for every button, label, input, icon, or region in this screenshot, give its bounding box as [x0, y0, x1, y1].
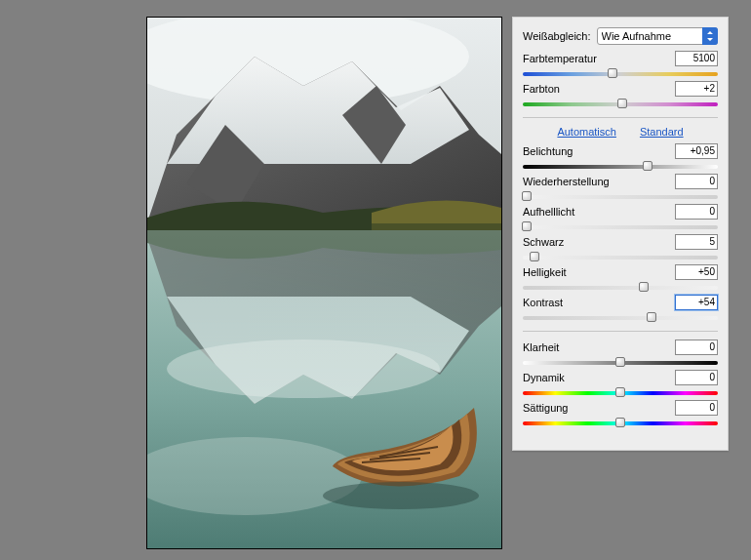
- image-preview: [146, 17, 502, 549]
- svg-point-5: [323, 482, 479, 509]
- slider-track[interactable]: [523, 311, 718, 323]
- slider-value-input[interactable]: 5100: [675, 51, 718, 66]
- slider-thumb[interactable]: [522, 221, 532, 231]
- slider-value-input[interactable]: 5: [675, 234, 718, 250]
- slider-thumb[interactable]: [615, 418, 625, 427]
- slider-label: Sättigung: [523, 402, 568, 414]
- slider-label: Farbton: [523, 83, 560, 95]
- temp-row: Farbtemperatur 5100: [523, 51, 718, 79]
- slider-label: Schwarz: [523, 236, 564, 248]
- slider-value-input[interactable]: +0,95: [675, 143, 718, 159]
- basic-adjustments-panel: Weißabgleich: Wie Aufnahme Farbtemperatu…: [512, 17, 729, 451]
- slider-track[interactable]: [523, 67, 718, 79]
- slider-value-input[interactable]: +54: [675, 295, 718, 310]
- white-balance-select[interactable]: Wie Aufnahme: [597, 27, 719, 45]
- slider-value-input[interactable]: 0: [675, 340, 718, 355]
- white-balance-row: Weißabgleich: Wie Aufnahme: [523, 27, 718, 45]
- sat-row: Sättigung 0: [523, 400, 718, 428]
- preset-links: Automatisch Standard: [523, 126, 718, 138]
- black-row: Schwarz 5: [523, 234, 718, 262]
- slider-value-input[interactable]: 0: [675, 370, 718, 385]
- slider-track[interactable]: [523, 386, 718, 398]
- fill-row: Aufhelllicht 0: [523, 204, 718, 232]
- slider-label: Farbtemperatur: [523, 53, 597, 64]
- slider-track[interactable]: [523, 98, 718, 109]
- slider-thumb[interactable]: [530, 252, 539, 261]
- contrast-row: Kontrast +54: [523, 295, 718, 323]
- slider-thumb[interactable]: [639, 282, 649, 292]
- recovery-row: Wiederherstellung 0: [523, 174, 718, 202]
- slider-track[interactable]: [523, 251, 718, 262]
- slider-value-input[interactable]: 0: [675, 204, 718, 220]
- bright-row: Helligkeit +50: [523, 264, 718, 293]
- white-balance-label: Weißabgleich:: [523, 30, 591, 42]
- slider-thumb[interactable]: [608, 68, 617, 78]
- separator: [523, 117, 718, 118]
- slider-track[interactable]: [523, 417, 718, 428]
- slider-label: Wiederherstellung: [523, 176, 610, 187]
- slider-thumb[interactable]: [643, 161, 652, 171]
- slider-value-input[interactable]: 0: [675, 174, 718, 189]
- slider-thumb[interactable]: [647, 312, 656, 322]
- slider-label: Kontrast: [523, 297, 563, 308]
- slider-label: Aufhelllicht: [523, 206, 574, 218]
- slider-thumb[interactable]: [617, 99, 627, 108]
- slider-value-input[interactable]: 0: [675, 400, 718, 416]
- slider-track[interactable]: [523, 190, 718, 202]
- slider-track[interactable]: [523, 160, 718, 172]
- slider-track[interactable]: [523, 356, 718, 368]
- slider-label: Dynamik: [523, 372, 565, 383]
- slider-label: Belichtung: [523, 145, 573, 157]
- slider-label: Helligkeit: [523, 266, 567, 278]
- exposure-row: Belichtung +0,95: [523, 143, 718, 172]
- separator: [523, 331, 718, 332]
- slider-track[interactable]: [523, 281, 718, 293]
- svg-point-3: [167, 340, 440, 398]
- slider-thumb[interactable]: [522, 191, 532, 201]
- slider-value-input[interactable]: +2: [675, 81, 718, 97]
- auto-link[interactable]: Automatisch: [557, 126, 616, 138]
- vibrance-row: Dynamik 0: [523, 370, 718, 398]
- slider-track[interactable]: [523, 220, 718, 232]
- standard-link[interactable]: Standard: [640, 126, 684, 138]
- slider-label: Klarheit: [523, 341, 559, 353]
- tint-row: Farbton +2: [523, 81, 718, 109]
- clarity-row: Klarheit 0: [523, 340, 718, 368]
- slider-thumb[interactable]: [615, 357, 625, 367]
- slider-value-input[interactable]: +50: [675, 264, 718, 280]
- slider-thumb[interactable]: [615, 387, 625, 397]
